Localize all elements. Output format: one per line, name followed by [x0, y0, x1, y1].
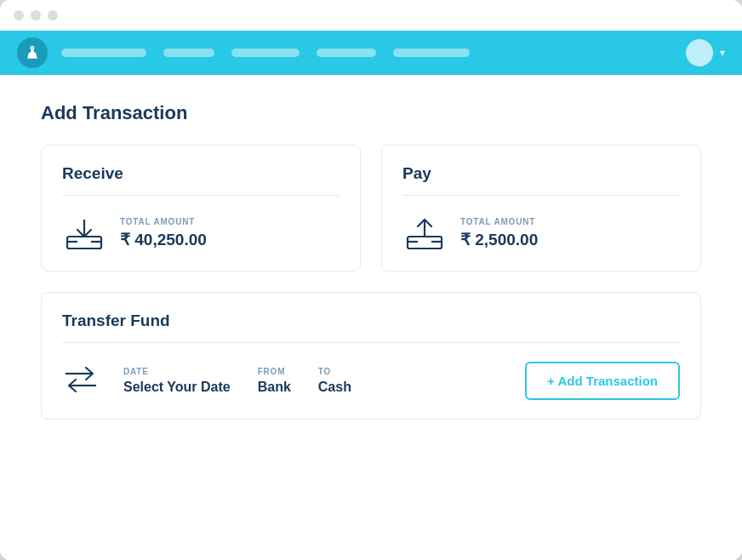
titlebar-dot-red [14, 10, 24, 20]
add-transaction-button[interactable]: + Add Transaction [525, 362, 680, 400]
receive-card: Receive TOTAL AMOUNT [41, 145, 361, 271]
pay-card-body: TOTAL AMOUNT ₹ 2,500.00 [402, 208, 680, 252]
transfer-card: Transfer Fund DATE Select Your Date [41, 292, 701, 420]
main-content: Add Transaction Receive [0, 75, 742, 560]
nav-item-3[interactable] [231, 49, 300, 57]
nav-item-4[interactable] [317, 49, 376, 57]
receive-card-body: TOTAL AMOUNT ₹ 40,250.00 [62, 208, 340, 252]
pay-icon [402, 214, 447, 252]
to-value: Cash [318, 380, 351, 395]
receive-card-info: TOTAL AMOUNT ₹ 40,250.00 [120, 217, 207, 249]
from-label: FROM [258, 367, 291, 376]
app-window: ▾ Add Transaction Receive [0, 0, 742, 560]
titlebar [0, 0, 742, 31]
nav-item-2[interactable] [163, 49, 214, 57]
receive-icon [62, 214, 106, 252]
app-logo[interactable] [17, 37, 48, 68]
page-title: Add Transaction [41, 102, 701, 124]
receive-amount: ₹ 40,250.00 [120, 230, 207, 249]
navbar: ▾ [0, 31, 742, 75]
receive-card-title: Receive [62, 164, 340, 196]
pay-card-title: Pay [402, 164, 680, 196]
transfer-from-field[interactable]: FROM Bank [258, 367, 291, 395]
date-label: DATE [123, 367, 231, 376]
transfer-body: DATE Select Your Date FROM Bank TO Cash … [62, 355, 680, 400]
receive-amount-label: TOTAL AMOUNT [120, 217, 207, 226]
pay-amount: ₹ 2,500.00 [460, 230, 538, 249]
transfer-to-field[interactable]: TO Cash [318, 367, 351, 395]
nav-item-1[interactable] [61, 49, 146, 57]
date-value: Select Your Date [123, 380, 231, 395]
navbar-nav [61, 49, 686, 57]
transfer-icon [62, 363, 100, 400]
to-label: TO [318, 367, 351, 376]
nav-item-5[interactable] [393, 49, 470, 57]
cards-row: Receive TOTAL AMOUNT [41, 145, 701, 271]
transfer-card-title: Transfer Fund [62, 311, 680, 343]
pay-amount-label: TOTAL AMOUNT [460, 217, 538, 226]
titlebar-dot-green [48, 10, 58, 20]
transfer-fields: DATE Select Your Date FROM Bank TO Cash [123, 367, 351, 395]
from-value: Bank [258, 380, 291, 395]
avatar[interactable] [686, 39, 713, 66]
pay-card-info: TOTAL AMOUNT ₹ 2,500.00 [460, 217, 538, 249]
navbar-right: ▾ [686, 39, 725, 66]
chevron-down-icon[interactable]: ▾ [720, 47, 725, 59]
transfer-date-field[interactable]: DATE Select Your Date [123, 367, 231, 395]
pay-card: Pay TOTAL AMOUNT ₹ [381, 145, 701, 271]
titlebar-dot-yellow [31, 10, 41, 20]
